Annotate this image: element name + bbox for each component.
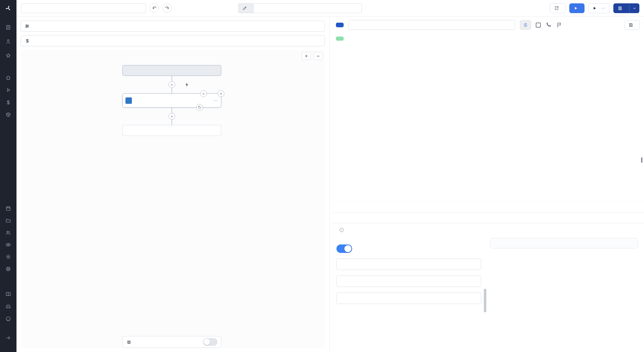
redo-button[interactable]: ↷	[163, 4, 172, 13]
discord-icon[interactable]	[5, 303, 12, 310]
flow-canvas[interactable]: + − + + × ↻ +	[21, 50, 325, 348]
path-input[interactable]	[253, 3, 362, 13]
step-id-chip	[601, 8, 605, 9]
save-icon	[629, 23, 633, 27]
info-icon[interactable]	[339, 227, 344, 233]
content-scrollbar[interactable]	[484, 289, 486, 312]
language-badge	[336, 23, 344, 27]
flow-node-result[interactable]	[122, 125, 221, 136]
scrollbar-cursor-mark	[641, 157, 642, 163]
editor-header	[332, 16, 644, 33]
flow-node-step[interactable]: + × ↻	[122, 93, 221, 108]
save-dropdown-button[interactable]	[629, 3, 639, 13]
add-step-icon[interactable]: +	[168, 81, 175, 88]
diff-sync-button[interactable]	[520, 20, 531, 30]
flow-settings-bar[interactable]	[21, 21, 325, 32]
multiplier-input[interactable]	[336, 276, 481, 287]
groups-users-icon[interactable]	[5, 229, 12, 236]
windmill-logo-icon[interactable]	[0, 0, 16, 16]
resources-cube-icon[interactable]	[5, 111, 12, 118]
bug-icon	[126, 339, 132, 345]
runs-icon[interactable]	[5, 24, 12, 31]
valid-badge	[336, 37, 344, 41]
retries-heading	[336, 227, 644, 233]
advanced-retries-panel	[332, 223, 644, 352]
attempts-input[interactable]	[336, 259, 481, 270]
retry-loop-icon[interactable]: ↻	[196, 104, 203, 111]
play-icon[interactable]	[5, 86, 12, 94]
undo-icon: ↶	[152, 5, 156, 11]
base-input[interactable]	[336, 293, 481, 304]
zoom-in-button[interactable]: +	[302, 52, 311, 60]
github-icon[interactable]	[5, 315, 12, 322]
docs-book-icon[interactable]	[5, 291, 12, 298]
step-id-chip	[214, 100, 218, 101]
save-button-group	[613, 3, 639, 13]
exponential-backoff-toggle[interactable]	[336, 244, 352, 253]
panel-divider	[329, 16, 330, 352]
flow-panel: $ + − + + × ↻ +	[16, 16, 329, 352]
folders-icon[interactable]	[5, 217, 12, 224]
add-step-icon[interactable]: +	[168, 113, 175, 120]
expand-arrow-icon[interactable]	[5, 334, 12, 341]
sidebar-group-top	[5, 24, 12, 59]
toggle-knob	[204, 339, 210, 345]
workers-cpu-icon[interactable]	[5, 265, 12, 272]
sidebar-group-admin	[5, 205, 12, 272]
typescript-badge	[125, 97, 132, 104]
path-group	[238, 3, 362, 13]
sidebar: $	[0, 0, 16, 352]
save-to-workspace-button[interactable]	[624, 20, 640, 30]
static-inputs-bar[interactable]: $	[21, 35, 325, 46]
editor-code-lines[interactable]	[349, 50, 644, 201]
play-icon	[592, 6, 597, 10]
fullscreen-square-icon[interactable]	[536, 23, 541, 28]
lightning-bolt-icon[interactable]	[183, 81, 191, 88]
favorites-star-icon[interactable]	[5, 52, 12, 59]
export-icon	[554, 6, 559, 11]
schedules-calendar-icon[interactable]	[5, 205, 12, 212]
windmill-flow-editor: $ ↶ ↷	[0, 0, 644, 352]
error-handler-toggle[interactable]	[203, 338, 217, 346]
audit-eye-icon[interactable]	[5, 241, 12, 248]
redo-icon: ↷	[165, 5, 169, 11]
retry-attempts-panel	[490, 238, 638, 248]
save-button[interactable]	[613, 3, 629, 13]
topbar-actions	[550, 3, 639, 13]
delete-step-icon[interactable]: ×	[218, 90, 224, 97]
export-json-button[interactable]	[550, 3, 566, 13]
save-icon	[618, 6, 622, 11]
path-badge	[238, 3, 253, 13]
settings-gear-icon[interactable]	[5, 253, 12, 260]
main-tabs	[332, 201, 644, 213]
step-title-input[interactable]	[348, 20, 515, 30]
sidebar-group-main: $	[5, 74, 12, 118]
insert-step-icon[interactable]: +	[200, 90, 207, 97]
editor-toolbar	[332, 33, 644, 46]
editor-gutter	[332, 50, 344, 201]
phone-icon[interactable]	[545, 22, 552, 28]
toggle-knob	[344, 245, 351, 252]
play-icon	[574, 6, 578, 10]
test-flow-button[interactable]	[569, 3, 584, 13]
topbar: ↶ ↷	[16, 0, 644, 16]
zoom-out-button[interactable]: −	[313, 52, 323, 60]
flow-node-input[interactable]	[122, 65, 221, 76]
code-editor[interactable]	[332, 46, 644, 201]
undo-button[interactable]: ↶	[150, 4, 159, 13]
dollar-icon: $	[24, 38, 30, 44]
test-up-to-button[interactable]	[588, 3, 610, 13]
sliders-icon	[24, 23, 30, 29]
variables-dollar-icon[interactable]: $	[5, 99, 12, 106]
sidebar-group-expand	[5, 334, 12, 341]
zoom-controls: + −	[302, 52, 323, 60]
step-editor-panel	[332, 16, 644, 352]
flag-icon[interactable]	[556, 22, 562, 28]
sub-tabs	[332, 213, 644, 223]
home-icon[interactable]	[5, 74, 12, 81]
sidebar-group-links	[5, 291, 12, 322]
user-icon[interactable]	[5, 38, 12, 45]
error-handler-bar[interactable]	[122, 336, 221, 348]
flow-summary-input[interactable]	[21, 3, 146, 13]
pencil-icon	[242, 6, 247, 11]
